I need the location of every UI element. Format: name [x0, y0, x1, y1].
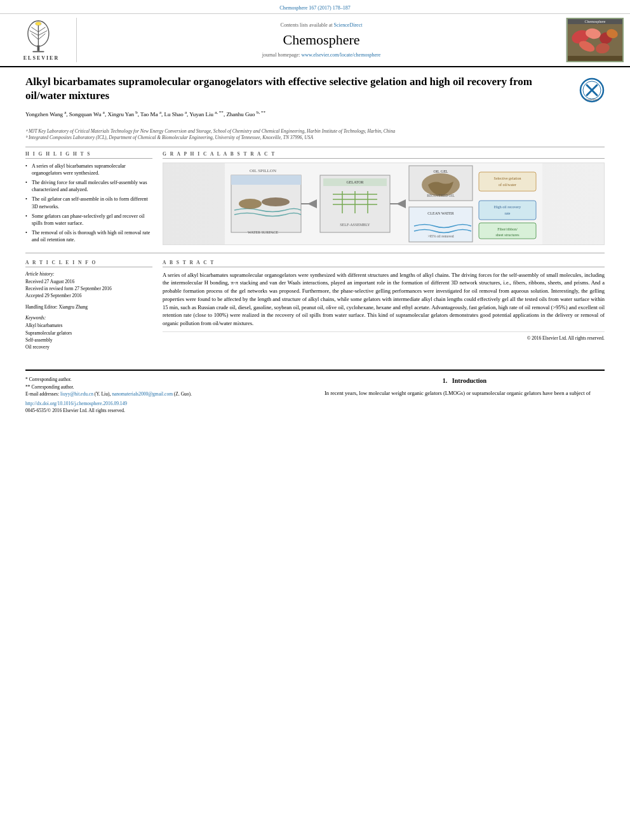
svg-text:of oil/water: of oil/water [499, 183, 516, 187]
doi-link[interactable]: http://dx.doi.org/10.1016/j.chemosphere.… [25, 401, 127, 406]
graphical-abstract-image: OIL SPILLON WATER SURFACE GELATOR [163, 163, 605, 245]
abstract-body: A series of alkyl bicarbamates supramole… [163, 271, 605, 328]
highlight-item-5: The removal of oils is thorough with hig… [25, 229, 152, 243]
email-2-person: (Z. Guo). [174, 391, 192, 397]
svg-point-9 [36, 22, 41, 26]
article-title: Alkyl bicarbamates supramolecular organo… [25, 75, 573, 103]
journal-url-link[interactable]: www.elsevier.com/locate/chemosphere [302, 52, 381, 58]
svg-rect-18 [568, 56, 622, 61]
svg-text:OIL GEL: OIL GEL [434, 170, 448, 173]
keyword-3: Self-assembly [25, 337, 152, 343]
email-2-link[interactable]: nanomaterials2000@gmail.com [112, 391, 173, 397]
journal-title: Chemosphere [283, 32, 360, 48]
svg-text:High oil recovery: High oil recovery [494, 205, 521, 209]
authors-line: Yongzhen Wang a, Songquan Wu a, Xingru Y… [25, 109, 573, 119]
article-info-abstract-row: A R T I C L E I N F O Article history: R… [25, 253, 605, 351]
keyword-4: Oil recovery [25, 343, 152, 350]
email-1-link[interactable]: liuyy@hit.edu.cn [60, 391, 93, 397]
abstract-header: A B S T R A C T [163, 260, 605, 267]
elsevier-logo: ELSEVIER [19, 19, 64, 61]
handling-editor-block: Handling Editor: Xiangru Zhang [25, 304, 152, 310]
handling-editor-label: Handling Editor: [25, 304, 58, 310]
cover-illustration [568, 24, 622, 61]
article-dates: Article history: Received 27 August 2016… [25, 271, 152, 300]
issn-line: 0045-6535/© 2016 Elsevier Ltd. All right… [25, 407, 305, 414]
elsevier-name: ELSEVIER [23, 55, 59, 61]
article-info-section: A R T I C L E I N F O Article history: R… [25, 260, 152, 351]
science-direct-line: Contents lists available at ScienceDirec… [281, 22, 363, 28]
abstract-section: A B S T R A C T A series of alkyl bicarb… [163, 260, 605, 351]
keywords-label: Keywords: [25, 315, 152, 321]
highlights-graphical-row: H I G H L I G H T S A series of alkyl bi… [25, 151, 605, 246]
graphical-abstract-svg: OIL SPILLON WATER SURFACE GELATOR [163, 163, 604, 245]
main-content: Alkyl bicarbamates supramolecular organo… [0, 67, 630, 363]
title-block: Alkyl bicarbamates supramolecular organo… [25, 75, 573, 123]
graphical-abstract-header: G R A P H I C A L A B S T R A C T [163, 151, 605, 159]
svg-line-5 [31, 27, 38, 32]
corresponding-2: ** Corresponding author. [25, 383, 305, 390]
svg-text:CLEAN WATER: CLEAN WATER [427, 211, 453, 215]
email-label: E-mail addresses: [25, 391, 59, 397]
introduction-title: 1. Introduction [325, 376, 605, 385]
svg-text:SELF-ASSEMBLY: SELF-ASSEMBLY [340, 223, 370, 227]
crossmark-badge: CrossMark [579, 77, 605, 103]
svg-rect-52 [479, 172, 536, 191]
history-label: Article history: [25, 271, 152, 277]
footer-left-block: * Corresponding author. ** Corresponding… [25, 376, 305, 414]
svg-text:>95% oil removed: >95% oil removed [428, 234, 454, 238]
journal-cover-image: Chemosphere [566, 18, 624, 62]
graphical-abstract-section: G R A P H I C A L A B S T R A C T [163, 151, 605, 246]
svg-text:GELATOR: GELATOR [346, 180, 363, 184]
journal-homepage-line: journal homepage: www.elsevier.com/locat… [262, 52, 381, 58]
svg-rect-10 [32, 51, 44, 52]
svg-line-4 [30, 30, 39, 35]
accepted-date: Accepted 29 September 2016 [25, 292, 152, 299]
doi-line: http://dx.doi.org/10.1016/j.chemosphere.… [25, 400, 305, 407]
email-addresses-line: E-mail addresses: liuyy@hit.edu.cn (Y. L… [25, 390, 305, 397]
introduction-text: In recent years, low molecular weight or… [325, 389, 605, 397]
received-date: Received 27 August 2016 [25, 278, 152, 285]
svg-line-8 [38, 27, 45, 32]
highlight-item-3: The oil gelator can self-assemble in oil… [25, 196, 152, 210]
keyword-2: Supramolecular gelators [25, 330, 152, 337]
keyword-1: Alkyl bicarbamates [25, 322, 152, 329]
svg-rect-55 [479, 201, 536, 220]
journal-info-center: Contents lists available at ScienceDirec… [76, 18, 566, 62]
publisher-logo-area: ELSEVIER [6, 18, 76, 62]
keywords-block: Keywords: Alkyl bicarbamates Supramolecu… [25, 315, 152, 350]
crossmark-icon: CrossMark [579, 77, 605, 103]
svg-text:sheet structures: sheet structures [495, 233, 519, 237]
corresponding-1: * Corresponding author. [25, 376, 305, 383]
footer-right-block: 1. Introduction In recent years, low mol… [325, 376, 605, 414]
svg-text:OIL SPILLON: OIL SPILLON [250, 168, 276, 173]
highlights-header: H I G H L I G H T S [25, 151, 152, 159]
svg-text:Fiber/ribbon/: Fiber/ribbon/ [497, 227, 518, 231]
article-info-header: A R T I C L E I N F O [25, 260, 152, 267]
svg-text:RECOVERED OIL: RECOVERED OIL [427, 194, 455, 197]
svg-rect-26 [231, 175, 301, 185]
svg-text:CrossMark: CrossMark [585, 98, 600, 101]
highlight-item-4: Some gelators can phase-selectively gel … [25, 213, 152, 227]
handling-editor-name: Xiangru Zhang [59, 304, 88, 310]
revised-date: Received in revised form 27 September 20… [25, 285, 152, 292]
affiliation-b: ᵇ Integrated Composites Laboratory (ICL)… [25, 135, 605, 142]
journal-header: ELSEVIER Contents lists available at Sci… [0, 14, 630, 67]
svg-text:rate: rate [505, 211, 511, 215]
science-direct-link[interactable]: ScienceDirect [334, 22, 363, 28]
journal-ref-line: Chemosphere 167 (2017) 178–187 [0, 0, 630, 14]
highlight-item-2: The driving force for small molecules se… [25, 179, 152, 193]
svg-point-27 [239, 199, 262, 209]
copyright-line: © 2016 Elsevier Ltd. All rights reserved… [163, 331, 605, 342]
cover-journal-name: Chemosphere [568, 19, 622, 24]
highlights-list: A series of alkyl bicarbamates supramole… [25, 163, 152, 244]
svg-text:WATER SURFACE: WATER SURFACE [248, 230, 278, 234]
abstract-text: A series of alkyl bicarbamates supramole… [163, 271, 605, 342]
affiliations-block: ᵃ MJT Key Laboratory of Critical Materia… [25, 128, 605, 147]
footer-separator [25, 370, 605, 371]
highlights-section: H I G H L I G H T S A series of alkyl bi… [25, 151, 152, 246]
article-header: Alkyl bicarbamates supramolecular organo… [25, 75, 605, 123]
journal-cover-area: Chemosphere [566, 18, 624, 62]
svg-point-28 [262, 197, 290, 206]
elsevier-tree-icon [19, 19, 64, 54]
affiliation-a: ᵃ MJT Key Laboratory of Critical Materia… [25, 128, 605, 135]
